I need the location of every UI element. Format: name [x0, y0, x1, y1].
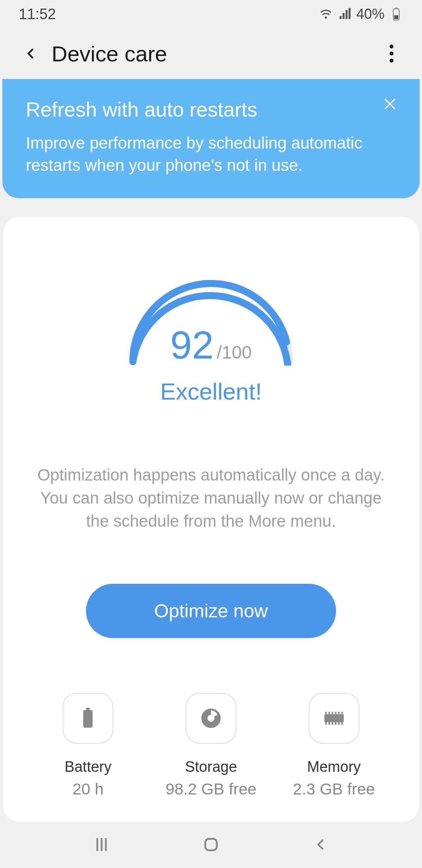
- score-value: 92: [170, 323, 214, 367]
- tip-title: Refresh with auto restarts: [26, 98, 396, 121]
- nav-back-icon: [312, 836, 329, 853]
- battery-icon: [389, 7, 403, 21]
- category-row: Battery 20 h Storage 98.2 GB free Memory…: [27, 693, 395, 798]
- category-label: Battery: [64, 759, 111, 775]
- svg-rect-14: [328, 712, 330, 714]
- storage-category-icon: [200, 708, 222, 729]
- battery-category-icon: [81, 707, 95, 730]
- svg-rect-13: [325, 712, 327, 714]
- svg-rect-15: [331, 712, 333, 714]
- svg-rect-1: [395, 8, 397, 9]
- memory-category-icon-box: [309, 693, 359, 744]
- tip-description: Improve performance by scheduling automa…: [26, 132, 396, 176]
- svg-rect-8: [83, 710, 93, 728]
- status-time: 11:52: [19, 6, 56, 23]
- memory-category-icon: [322, 710, 346, 727]
- tip-card[interactable]: Refresh with auto restarts Improve perfo…: [2, 79, 420, 198]
- category-value: 98.2 GB free: [166, 780, 256, 798]
- svg-rect-24: [341, 722, 343, 725]
- main-card: 92/100 Excellent! Optimization happens a…: [3, 217, 419, 821]
- score-gauge: 92/100: [117, 272, 305, 366]
- battery-percent: 40%: [356, 6, 384, 22]
- signal-icon: [338, 7, 352, 21]
- svg-point-5: [390, 59, 393, 63]
- status-indicators: 40%: [319, 6, 403, 22]
- battery-category-icon-box: [63, 693, 113, 744]
- page-title: Device care: [52, 41, 167, 66]
- score-max: /100: [217, 342, 252, 362]
- svg-rect-12: [324, 714, 344, 722]
- back-button[interactable]: [19, 42, 42, 65]
- home-icon: [202, 836, 220, 853]
- svg-rect-19: [325, 722, 327, 725]
- nav-back-button[interactable]: [305, 829, 336, 860]
- category-memory[interactable]: Memory 2.3 GB free: [272, 693, 395, 798]
- category-label: Memory: [307, 759, 361, 775]
- recents-icon: [93, 836, 110, 853]
- svg-rect-16: [335, 712, 336, 714]
- category-battery[interactable]: Battery 20 h: [27, 693, 150, 798]
- svg-rect-2: [394, 15, 399, 19]
- optimization-description: Optimization happens automatically once …: [35, 464, 387, 533]
- svg-rect-23: [338, 722, 340, 725]
- system-nav-bar: [0, 821, 422, 868]
- svg-point-3: [390, 45, 393, 48]
- svg-rect-21: [331, 722, 333, 725]
- storage-category-icon-box: [186, 693, 236, 744]
- category-storage[interactable]: Storage 98.2 GB free: [150, 693, 273, 798]
- more-vertical-icon: [389, 44, 394, 63]
- category-value: 20 h: [72, 780, 104, 798]
- svg-rect-28: [205, 839, 216, 850]
- optimize-now-button[interactable]: Optimize now: [86, 584, 336, 638]
- svg-rect-22: [335, 722, 336, 725]
- tip-close-button[interactable]: [379, 93, 401, 115]
- recents-button[interactable]: [86, 829, 117, 860]
- category-label: Storage: [185, 759, 237, 775]
- category-value: 2.3 GB free: [293, 780, 375, 798]
- more-options-button[interactable]: [380, 42, 403, 65]
- svg-rect-17: [338, 712, 340, 714]
- svg-point-11: [207, 715, 215, 722]
- close-icon: [382, 96, 398, 112]
- status-bar: 11:52 40%: [0, 0, 422, 28]
- svg-rect-18: [341, 712, 343, 714]
- wifi-icon: [319, 7, 333, 21]
- svg-point-4: [390, 52, 393, 56]
- home-button[interactable]: [195, 829, 227, 860]
- app-bar: Device care: [0, 28, 422, 79]
- chevron-left-icon: [22, 45, 39, 62]
- svg-rect-9: [86, 708, 90, 710]
- svg-rect-20: [328, 722, 330, 725]
- score-status: Excellent!: [160, 378, 262, 405]
